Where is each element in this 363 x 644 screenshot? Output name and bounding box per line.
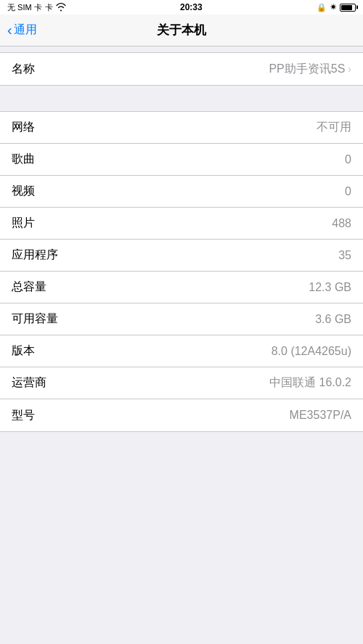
value-version: 8.0 (12A4265u) [272,345,351,358]
status-bar-left: 无 SIM 卡 卡 [7,2,66,13]
section-name: 名称 PP助手资讯5S › [0,52,363,86]
status-bar-right: 🔒 ✴ [317,2,356,12]
label-carrier: 运营商 [12,375,46,391]
row-carrier: 运营商 中国联通 16.0.2 [0,367,363,399]
sim-label: 卡 [45,2,53,13]
value-apps: 35 [338,249,351,262]
row-apps: 应用程序 35 [0,240,363,272]
lock-icon: 🔒 [317,3,327,12]
label-apps: 应用程序 [12,248,58,263]
label-songs: 歌曲 [12,152,35,167]
value-available: 3.6 GB [315,313,351,326]
value-songs: 0 [345,153,351,166]
bluetooth-icon: ✴ [330,2,337,12]
value-network: 不可用 [317,120,351,135]
value-photos: 488 [332,217,351,230]
spacer-1 [0,86,363,111]
value-capacity: 12.3 GB [309,281,351,294]
row-version: 版本 8.0 (12A4265u) [0,335,363,367]
row-songs: 歌曲 0 [0,144,363,176]
label-available: 可用容量 [12,311,58,327]
status-bar: 无 SIM 卡 卡 20:33 🔒 ✴ [0,0,363,15]
value-model: ME3537P/A [290,409,351,422]
row-available: 可用容量 3.6 GB [0,303,363,335]
row-model: 型号 ME3537P/A [0,399,363,431]
content: 名称 PP助手资讯5S › 网络 不可用 歌曲 0 视频 0 照片 488 应用… [0,46,363,432]
row-capacity: 总容量 12.3 GB [0,272,363,303]
value-carrier: 中国联通 16.0.2 [269,375,351,391]
label-photos: 照片 [12,216,35,231]
battery-icon [340,4,356,12]
label-network: 网络 [12,120,35,135]
row-network: 网络 不可用 [0,112,363,144]
value-videos: 0 [345,185,351,198]
carrier-label: 无 SIM 卡 [7,2,42,13]
section-stats: 网络 不可用 歌曲 0 视频 0 照片 488 应用程序 35 总容量 12.3… [0,111,363,432]
back-label: 通用 [14,23,37,38]
row-photos: 照片 488 [0,208,363,240]
status-bar-time: 20:33 [180,2,203,12]
wifi-icon [56,3,66,12]
label-videos: 视频 [12,184,35,199]
spacer-top [0,46,363,52]
label-capacity: 总容量 [12,280,46,295]
value-name: PP助手资讯5S › [269,62,351,77]
nav-bar: ‹ 通用 关于本机 [0,15,363,46]
row-name[interactable]: 名称 PP助手资讯5S › [0,53,363,85]
label-name: 名称 [12,62,35,77]
back-chevron-icon: ‹ [7,23,12,37]
label-model: 型号 [12,408,35,423]
chevron-right-icon: › [348,63,351,75]
row-videos: 视频 0 [0,176,363,208]
back-button[interactable]: ‹ 通用 [7,23,37,38]
label-version: 版本 [12,343,35,359]
page-title: 关于本机 [157,22,206,38]
